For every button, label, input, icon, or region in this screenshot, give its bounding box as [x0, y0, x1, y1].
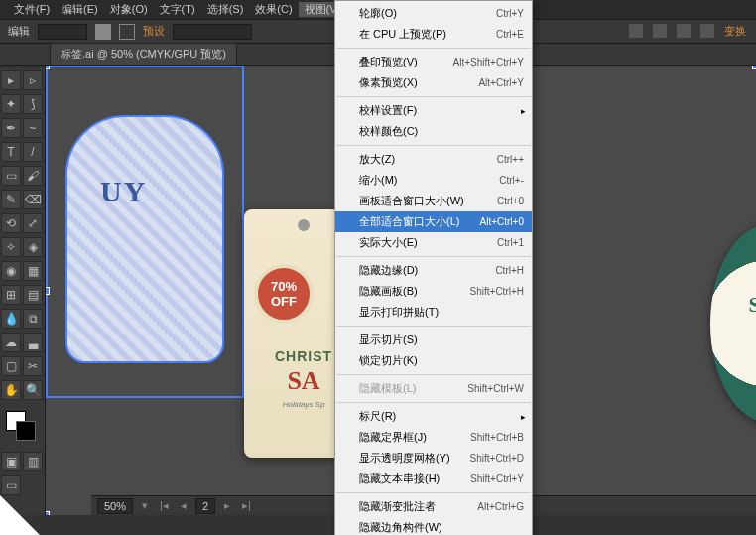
line-tool[interactable]: / [23, 142, 43, 162]
menu-item-shortcut: Shift+Ctrl+W [467, 383, 524, 394]
menu-item-shortcut: Alt+Shift+Ctrl+Y [453, 57, 524, 67]
swatch-icon[interactable] [95, 24, 111, 40]
lasso-tool[interactable]: ⟆ [23, 94, 43, 114]
select-tool[interactable]: ▸ [1, 70, 21, 90]
first-artboard-icon[interactable]: |◂ [157, 499, 172, 512]
prefs-icon[interactable] [700, 24, 714, 38]
artboard-tag-3[interactable]: Merr SEA SA [710, 224, 756, 423]
last-artboard-icon[interactable]: ▸| [239, 499, 254, 512]
mesh-tool[interactable]: ⊞ [1, 285, 21, 305]
scale-tool[interactable]: ⤢ [23, 213, 43, 233]
menu-item-label: 隐藏定界框(J) [359, 430, 427, 445]
menu-item-label: 隐藏边角构件(W) [359, 520, 442, 535]
handle-tl[interactable] [46, 66, 50, 69]
menu-item-3[interactable]: 叠印预览(V)Alt+Shift+Ctrl+Y [335, 52, 532, 72]
menu-item-17[interactable]: 显示打印拼贴(T) [335, 302, 532, 323]
handle-tr[interactable] [752, 66, 756, 69]
artboard-nav-field[interactable]: 2 [195, 498, 215, 514]
document-tab[interactable]: 标签.ai @ 50% (CMYK/GPU 预览) [50, 43, 237, 65]
handle-bl[interactable] [46, 511, 50, 515]
menu-item-label: 显示打印拼贴(T) [359, 305, 439, 320]
edit-label: 编辑 [8, 24, 30, 39]
discount-badge: 70% OFF [254, 264, 314, 324]
tag2-shape [65, 115, 224, 363]
rotate-tool[interactable]: ⟲ [1, 213, 21, 233]
menu-effect[interactable]: 效果(C) [249, 2, 298, 17]
fill-mode-icon[interactable]: ▣ [1, 452, 21, 471]
menu-item-30[interactable]: 隐藏边角构件(W) [335, 517, 532, 535]
slice-tool[interactable]: ✂ [23, 356, 43, 376]
menu-item-9[interactable]: 放大(Z)Ctrl++ [335, 149, 532, 170]
symbol-tool[interactable]: ☁ [1, 333, 21, 352]
menu-item-15[interactable]: 隐藏边缘(D)Ctrl+H [335, 260, 532, 281]
menu-item-shortcut: Shift+Ctrl+H [470, 286, 524, 297]
eyedrop-tool[interactable]: 💧 [1, 309, 21, 329]
menu-item-19[interactable]: 显示切片(S) [335, 330, 532, 350]
menu-file[interactable]: 文件(F) [8, 2, 56, 17]
menu-item-7[interactable]: 校样颜色(C) [335, 121, 532, 142]
type-tool[interactable]: T [1, 142, 21, 162]
wand-tool[interactable]: ✦ [1, 94, 21, 114]
color-swatches[interactable] [6, 411, 36, 441]
transform-label[interactable]: 变换 [724, 24, 746, 39]
menu-object[interactable]: 对象(O) [104, 2, 154, 17]
doc-setup-icon[interactable] [629, 24, 643, 38]
menu-item-label: 缩小(M) [359, 173, 398, 188]
zoom-tool[interactable]: 🔍 [23, 380, 43, 400]
artboard-tool[interactable]: ▢ [1, 356, 21, 376]
menu-item-1[interactable]: 在 CPU 上预览(P)Ctrl+E [335, 24, 532, 45]
screen-mode-icon[interactable]: ▭ [1, 475, 21, 495]
preset-field[interactable] [173, 24, 252, 40]
menu-item-label: 隐藏渐变批注者 [359, 499, 436, 514]
menu-item-27[interactable]: 隐藏文本串接(H)Shift+Ctrl+Y [335, 468, 532, 489]
menu-item-12[interactable]: 全部适合窗口大小(L)Alt+Ctrl+0 [335, 211, 532, 232]
prev-artboard-icon[interactable]: ◂ [178, 499, 189, 512]
align-icon[interactable] [677, 24, 691, 38]
zoom-field[interactable]: 50% [97, 498, 133, 514]
page-corner [0, 495, 40, 535]
eraser-tool[interactable]: ⌫ [23, 190, 43, 209]
toolbar-right: 变换 [629, 24, 756, 39]
rect-tool[interactable]: ▭ [1, 166, 21, 186]
free-transform-tool[interactable]: ◈ [23, 237, 43, 257]
menu-item-24[interactable]: 标尺(R) [335, 406, 532, 427]
menu-item-13[interactable]: 实际大小(E)Ctrl+1 [335, 232, 532, 253]
menu-item-22: 隐藏模板(L)Shift+Ctrl+W [335, 378, 532, 399]
menu-item-16[interactable]: 隐藏画板(B)Shift+Ctrl+H [335, 281, 532, 302]
perspective-tool[interactable]: ▦ [23, 261, 43, 281]
zoom-dropdown-icon[interactable]: ▾ [139, 499, 151, 512]
menu-item-0[interactable]: 轮廓(O)Ctrl+Y [335, 3, 532, 24]
handle-ml[interactable] [46, 287, 50, 295]
menu-edit[interactable]: 编辑(E) [56, 2, 104, 17]
menu-item-29[interactable]: 隐藏渐变批注者Alt+Ctrl+G [335, 496, 532, 517]
shape-builder-tool[interactable]: ◉ [1, 261, 21, 281]
arrange-icon[interactable] [653, 24, 667, 38]
menu-item-label: 锁定切片(K) [359, 353, 418, 368]
next-artboard-icon[interactable]: ▸ [221, 499, 233, 512]
menu-text[interactable]: 文字(T) [154, 2, 201, 17]
artboard-tag-2-selected[interactable]: UY [46, 66, 244, 398]
menu-select[interactable]: 选择(S) [201, 2, 250, 17]
width-tool[interactable]: ✧ [1, 237, 21, 257]
menu-item-6[interactable]: 校样设置(F) [335, 100, 532, 121]
menu-item-shortcut: Ctrl+0 [497, 196, 524, 206]
gradient-tool[interactable]: ▤ [23, 285, 43, 305]
blend-tool[interactable]: ⧉ [23, 309, 43, 329]
menu-item-20[interactable]: 锁定切片(K) [335, 350, 532, 371]
edit-field[interactable] [38, 24, 87, 40]
menu-item-10[interactable]: 缩小(M)Ctrl+- [335, 170, 532, 191]
graph-tool[interactable]: ▃ [23, 333, 43, 352]
shaper-tool[interactable]: ✎ [1, 190, 21, 209]
direct-select-tool[interactable]: ▹ [23, 70, 43, 90]
hand-tool[interactable]: ✋ [1, 380, 21, 400]
menu-item-4[interactable]: 像素预览(X)Alt+Ctrl+Y [335, 72, 532, 93]
curve-tool[interactable]: ~ [23, 118, 43, 138]
brush-tool[interactable]: 🖌 [23, 166, 43, 186]
menu-item-11[interactable]: 画板适合窗口大小(W)Ctrl+0 [335, 191, 532, 211]
menu-item-label: 隐藏模板(L) [359, 381, 416, 396]
pen-tool[interactable]: ✒ [1, 118, 21, 138]
menu-item-25[interactable]: 隐藏定界框(J)Shift+Ctrl+B [335, 427, 532, 448]
gradient-mode-icon[interactable]: ▥ [23, 452, 43, 471]
menu-item-26[interactable]: 显示透明度网格(Y)Shift+Ctrl+D [335, 448, 532, 468]
nocolor-icon[interactable] [119, 24, 135, 40]
